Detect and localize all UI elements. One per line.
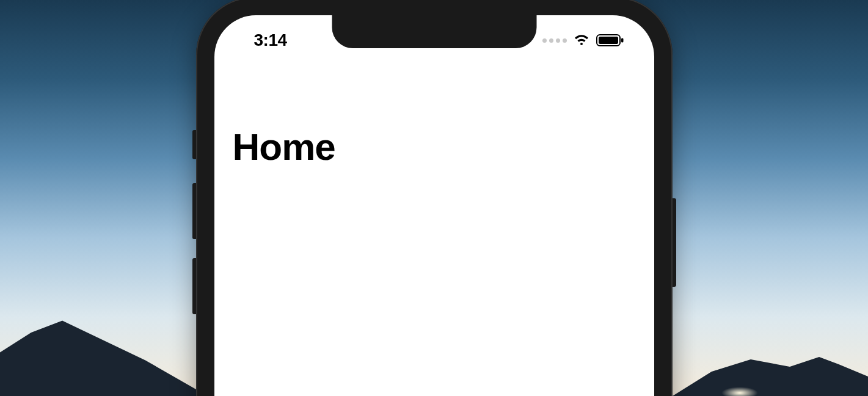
svg-rect-2 bbox=[621, 38, 624, 43]
background-mountain-left bbox=[0, 317, 208, 396]
battery-icon bbox=[596, 34, 624, 47]
cellular-signal-icon bbox=[542, 38, 567, 43]
status-indicators bbox=[542, 34, 624, 47]
status-bar: 3:14 bbox=[214, 15, 654, 54]
power-button[interactable] bbox=[673, 198, 676, 287]
volume-down-button[interactable] bbox=[192, 258, 196, 314]
silence-switch[interactable] bbox=[192, 130, 196, 159]
background-mountain-right bbox=[673, 347, 868, 396]
phone-frame: 3:14 bbox=[196, 0, 673, 396]
volume-up-button[interactable] bbox=[192, 183, 196, 239]
wifi-icon bbox=[573, 34, 590, 47]
page-title: Home bbox=[233, 125, 335, 168]
phone-screen: 3:14 bbox=[214, 15, 654, 396]
background-sun-glow bbox=[721, 387, 758, 396]
status-time: 3:14 bbox=[254, 31, 287, 50]
svg-rect-1 bbox=[599, 37, 618, 44]
